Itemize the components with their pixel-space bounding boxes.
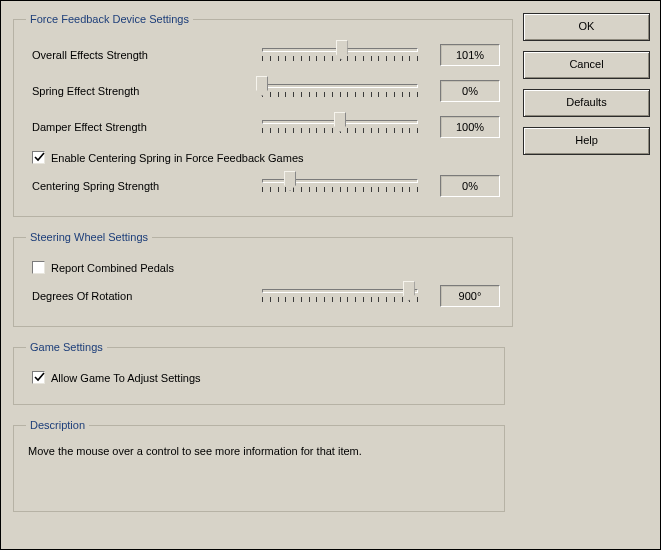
- enable-centering-label: Enable Centering Spring in Force Feedbac…: [51, 152, 304, 164]
- force-feedback-title: Force Feedback Device Settings: [26, 13, 193, 25]
- spring-strength-row: Spring Effect Strength 0%: [26, 75, 500, 107]
- description-title: Description: [26, 419, 89, 431]
- enable-centering-checkbox[interactable]: Enable Centering Spring in Force Feedbac…: [32, 151, 500, 164]
- checkmark-icon: [32, 151, 45, 164]
- overall-strength-label: Overall Effects Strength: [26, 49, 262, 61]
- damper-strength-value: 100%: [440, 116, 500, 138]
- game-settings-group: Game Settings Allow Game To Adjust Setti…: [13, 341, 505, 405]
- damper-strength-row: Damper Effect Strength 100%: [26, 111, 500, 143]
- centering-strength-value: 0%: [440, 175, 500, 197]
- checkbox-icon: [32, 261, 45, 274]
- degrees-rotation-slider[interactable]: [262, 283, 418, 309]
- overall-strength-value: 101%: [440, 44, 500, 66]
- spring-strength-label: Spring Effect Strength: [26, 85, 262, 97]
- defaults-button[interactable]: Defaults: [523, 89, 650, 117]
- degrees-rotation-label: Degrees Of Rotation: [26, 290, 262, 302]
- degrees-rotation-value: 900°: [440, 285, 500, 307]
- damper-strength-label: Damper Effect Strength: [26, 121, 262, 133]
- description-text: Move the mouse over a control to see mor…: [26, 441, 492, 497]
- checkmark-icon: [32, 371, 45, 384]
- ok-button[interactable]: OK: [523, 13, 650, 41]
- combined-pedals-label: Report Combined Pedals: [51, 262, 174, 274]
- damper-strength-slider[interactable]: [262, 114, 418, 140]
- steering-wheel-group: Steering Wheel Settings Report Combined …: [13, 231, 513, 327]
- game-settings-title: Game Settings: [26, 341, 107, 353]
- description-group: Description Move the mouse over a contro…: [13, 419, 505, 512]
- centering-strength-label: Centering Spring Strength: [26, 180, 262, 192]
- cancel-button[interactable]: Cancel: [523, 51, 650, 79]
- combined-pedals-checkbox[interactable]: Report Combined Pedals: [32, 261, 500, 274]
- steering-wheel-title: Steering Wheel Settings: [26, 231, 152, 243]
- force-feedback-group: Force Feedback Device Settings Overall E…: [13, 13, 513, 217]
- degrees-rotation-row: Degrees Of Rotation 900°: [26, 280, 500, 312]
- overall-strength-slider[interactable]: [262, 42, 418, 68]
- centering-strength-row: Centering Spring Strength 0%: [26, 170, 500, 202]
- centering-strength-slider[interactable]: [262, 173, 418, 199]
- allow-adjust-label: Allow Game To Adjust Settings: [51, 372, 201, 384]
- overall-strength-row: Overall Effects Strength 101%: [26, 39, 500, 71]
- spring-strength-value: 0%: [440, 80, 500, 102]
- help-button[interactable]: Help: [523, 127, 650, 155]
- spring-strength-slider[interactable]: [262, 78, 418, 104]
- allow-adjust-checkbox[interactable]: Allow Game To Adjust Settings: [32, 371, 492, 384]
